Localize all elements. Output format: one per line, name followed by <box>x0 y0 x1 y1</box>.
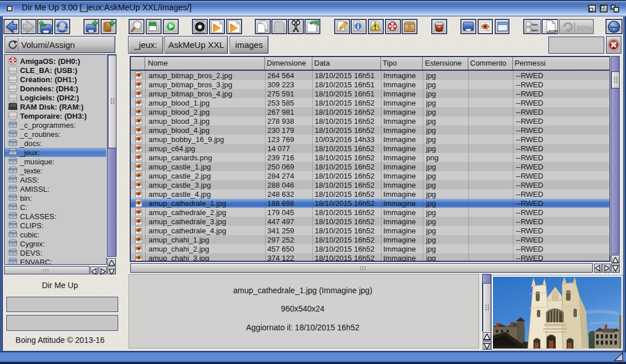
svg-text:Name: Name <box>532 29 538 32</box>
svg-text:50%: 50% <box>577 24 592 33</box>
svg-text:Name: Name <box>532 23 538 26</box>
svg-text:▲BCDEF: ▲BCDEF <box>546 30 558 33</box>
